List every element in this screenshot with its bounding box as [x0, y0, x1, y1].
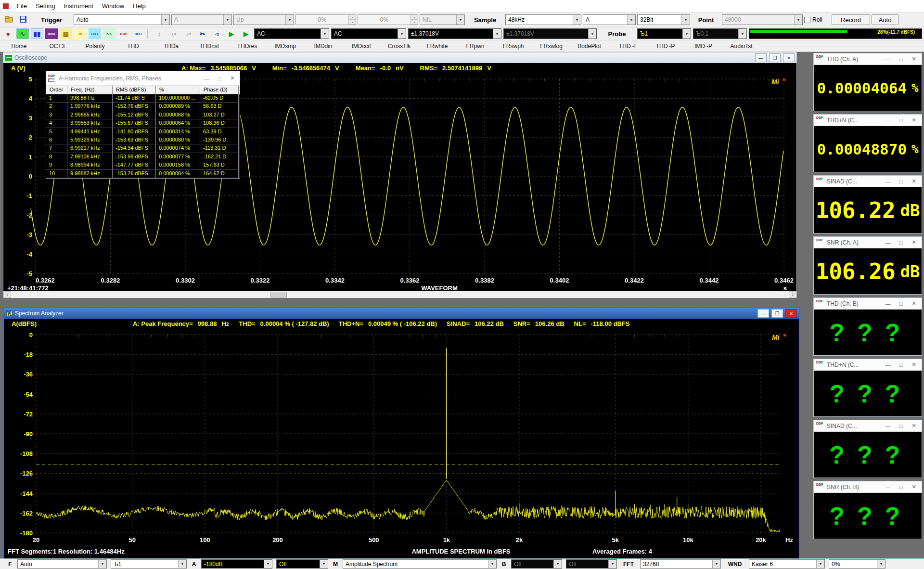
chevron-down-icon[interactable]: ▼ [178, 560, 186, 568]
minimize-button[interactable]: — [755, 53, 767, 62]
maximize-button[interactable]: □ [896, 179, 906, 184]
meter-titlebar[interactable]: DDPSINAD (C...—□✕ [814, 176, 922, 187]
close-button[interactable]: ✕ [909, 56, 919, 62]
chevron-down-icon[interactable]: ▼ [161, 15, 169, 25]
sample-rate-combo[interactable]: 48kHz▼ [505, 14, 581, 25]
spectrum-plot[interactable]: 0-18-36-54-72-90-108-126-144-162-1802050… [4, 328, 799, 558]
bit-depth-combo[interactable]: 32Bit▼ [637, 14, 690, 25]
menu-file[interactable]: File [13, 2, 31, 10]
tab-imddin[interactable]: IMDdin [304, 43, 342, 50]
harmonic-titlebar[interactable]: DDP A-Harmonic Frequencies, RMS, Phases … [46, 71, 240, 86]
tab-thd~f[interactable]: THD~f [608, 43, 646, 50]
chevron-down-icon[interactable]: ▼ [816, 560, 824, 568]
chevron-down-icon[interactable]: ▼ [320, 560, 328, 568]
table-row[interactable]: 21.99776 kHz-152.76 dBFS0.0000089 %56.63… [46, 103, 240, 111]
maximize-button[interactable]: □ [896, 484, 906, 490]
chevron-down-icon[interactable]: ▼ [877, 560, 885, 568]
tab-frpwn[interactable]: FRpwn [456, 43, 494, 50]
tab-thd[interactable]: THD [114, 43, 152, 50]
chevron-down-icon[interactable]: ▼ [712, 560, 720, 568]
tab-audiotst[interactable]: AudioTst [722, 43, 760, 50]
chevron-down-icon[interactable]: ▼ [681, 15, 690, 25]
minimize-button[interactable]: — [883, 484, 893, 490]
tab-frswph[interactable]: FRswph [494, 43, 532, 50]
spin-up-icon[interactable]: ▲ [349, 15, 356, 20]
checkbox-box[interactable] [804, 17, 810, 23]
roll-checkbox[interactable]: Roll [804, 16, 830, 23]
chevron-down-icon[interactable]: ▼ [488, 560, 496, 568]
table-row[interactable]: 98.98994 kHz-147.77 dBFS0.0000158 %157.6… [46, 161, 240, 169]
tab-bodeplot[interactable]: BodePlot [570, 43, 608, 50]
spin-up-icon[interactable]: ▲ [411, 15, 418, 20]
menu-setting[interactable]: Setting [31, 2, 59, 10]
multimeter-icon[interactable]: 0000 [45, 28, 58, 39]
fft-overlap-combo[interactable]: 0%▼ [829, 559, 886, 569]
chevron-down-icon[interactable]: ▼ [398, 29, 406, 39]
maximize-button[interactable]: ❐ [771, 309, 783, 318]
spectrum-3d-plot-icon[interactable]: ▦ [60, 28, 72, 39]
range-a-bottom-combo[interactable]: -180dB▼ [201, 559, 272, 569]
table-row[interactable]: 87.99106 kHz-153.99 dBFS0.0000077 %-162.… [46, 153, 240, 161]
trigger-mode-combo[interactable]: Auto▼ [74, 14, 170, 25]
range-a-combo[interactable]: ±1.37018V▼ [408, 28, 501, 39]
oscilloscope-icon[interactable]: ∿ [16, 28, 29, 39]
tab-imdsmp[interactable]: IMDsmp [266, 43, 304, 50]
fft-window-combo[interactable]: Kaiser 6▼ [749, 559, 825, 569]
chevron-down-icon[interactable]: ▼ [493, 29, 501, 39]
run-icon[interactable]: ▶ [225, 28, 238, 39]
minimize-button[interactable]: — [201, 76, 212, 81]
record-icon[interactable]: ● [2, 28, 14, 39]
scroll-thumb[interactable] [270, 292, 287, 297]
chevron-down-icon[interactable]: ▼ [98, 560, 106, 568]
meter-titlebar[interactable]: DDPTHD+N (C...—□✕ [814, 115, 922, 126]
tab-imd~p[interactable]: IMD~P [684, 43, 722, 50]
scope-hscrollbar[interactable]: ‹ › [3, 291, 796, 298]
tab-frswlog[interactable]: FRswlog [532, 43, 570, 50]
meter-titlebar[interactable]: DDPTHD+N (C...—□✕ [814, 359, 922, 371]
run-single-icon[interactable]: ▶ [240, 28, 252, 39]
close-button[interactable]: ✕ [909, 300, 919, 307]
save-file-icon[interactable] [17, 14, 29, 25]
autoscale-button[interactable]: Auto [872, 14, 898, 25]
spin-down-icon[interactable]: ▼ [411, 20, 418, 25]
menu-window[interactable]: Window [98, 2, 128, 10]
maximize-button[interactable]: □ [896, 301, 906, 307]
signal-generator-icon[interactable]: ≈ [74, 28, 87, 39]
trigger-level-spinner[interactable]: 0%▲▼ [295, 14, 356, 25]
spectrum-titlebar[interactable]: Spectrum Analyzer — ❐ ✕ [4, 308, 799, 319]
freq-probe-combo[interactable]: Ъ1▼ [111, 559, 187, 569]
close-button[interactable]: ✕ [909, 484, 919, 490]
maximize-button[interactable]: ❐ [769, 53, 781, 62]
minimize-button[interactable]: — [757, 309, 769, 318]
math-mode-combo[interactable]: Amplitude Spectrum▼ [343, 559, 497, 569]
meter-titlebar[interactable]: DDPSINAD (C...—□✕ [814, 420, 922, 432]
derived-data-point-icon[interactable]: ∿∿ [103, 28, 116, 39]
chevron-down-icon[interactable]: ▼ [264, 560, 272, 568]
open-file-icon[interactable] [3, 14, 15, 25]
close-button[interactable]: ✕ [909, 239, 919, 246]
spectrum-chart[interactable]: 0-18-36-54-72-90-108-126-144-162-1802050… [4, 328, 799, 558]
maximize-button[interactable]: □ [896, 56, 906, 62]
chevron-down-icon[interactable]: ▼ [573, 15, 581, 25]
sound-output-icon[interactable]: ◁) [211, 28, 223, 39]
close-button[interactable]: ✕ [909, 423, 919, 429]
menu-help[interactable]: Help [128, 2, 150, 10]
mute-icon[interactable]: ♪ [153, 28, 166, 39]
close-button[interactable]: ✕ [227, 75, 238, 81]
table-row[interactable]: 109.98882 kHz-153.26 dBFS0.0000084 %164.… [46, 170, 240, 178]
table-row[interactable]: 54.99441 kHz-141.80 dBFS0.0000314 %63.39… [46, 128, 240, 136]
device-test-plan-icon[interactable]: DUT [89, 28, 101, 39]
tab-thda[interactable]: THDa [152, 43, 190, 50]
tab-oct3[interactable]: OCT3 [38, 43, 76, 50]
tab-crosstlk[interactable]: CrossTlk [380, 43, 418, 50]
close-button[interactable]: ✕ [785, 309, 797, 318]
spin-down-icon[interactable]: ▼ [349, 20, 356, 25]
record-button[interactable]: Record [832, 14, 870, 25]
table-row[interactable]: 32.99665 kHz-155.12 dBFS0.0000068 %103.2… [46, 111, 240, 119]
fft-size-combo[interactable]: 32768▼ [640, 559, 721, 569]
tab-frwhite[interactable]: FRwhite [418, 43, 456, 50]
chevron-down-icon[interactable]: ▼ [627, 15, 635, 25]
close-button[interactable]: ✕ [909, 178, 919, 184]
tab-imdccif[interactable]: IMDccif [342, 43, 380, 50]
meter-titlebar[interactable]: DDPSNR (Ch. B)—□✕ [814, 481, 922, 493]
